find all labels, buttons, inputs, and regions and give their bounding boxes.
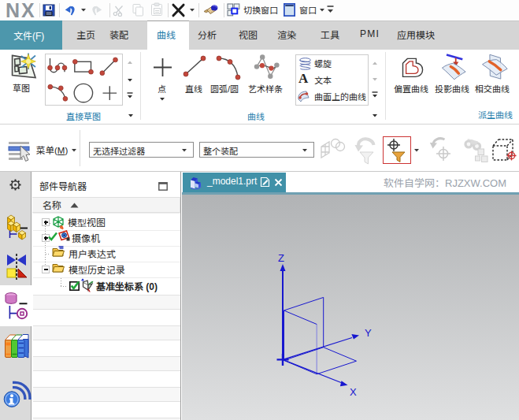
- svg-text:Z: Z: [278, 252, 284, 264]
- svg-text:X: X: [350, 386, 357, 398]
- svg-text:Y: Y: [365, 327, 372, 339]
